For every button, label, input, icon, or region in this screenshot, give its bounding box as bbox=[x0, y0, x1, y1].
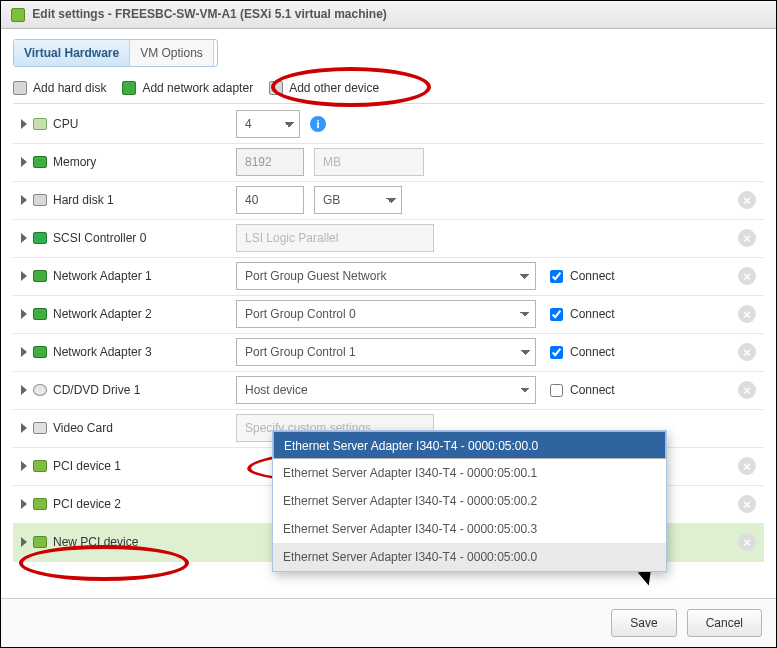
other-device-icon bbox=[269, 81, 283, 95]
remove-button[interactable]: × bbox=[738, 343, 756, 361]
checkbox[interactable] bbox=[550, 384, 563, 397]
remove-button[interactable]: × bbox=[738, 305, 756, 323]
expand-icon[interactable] bbox=[21, 195, 27, 205]
row-label: SCSI Controller 0 bbox=[53, 231, 146, 245]
nic-icon bbox=[33, 270, 47, 282]
scsi-type-select[interactable]: LSI Logic Parallel bbox=[236, 224, 434, 252]
expand-icon[interactable] bbox=[21, 385, 27, 395]
info-icon[interactable]: i bbox=[310, 116, 326, 132]
expand-icon[interactable] bbox=[21, 233, 27, 243]
remove-button[interactable]: × bbox=[738, 457, 756, 475]
dropdown-option[interactable]: Ethernet Server Adapter I340-T4 - 0000:0… bbox=[273, 431, 666, 459]
row-label: New PCI device bbox=[53, 535, 138, 549]
cpu-count-select[interactable]: 4 bbox=[236, 110, 300, 138]
save-button[interactable]: Save bbox=[611, 609, 676, 637]
memory-icon bbox=[33, 156, 47, 168]
cancel-button[interactable]: Cancel bbox=[687, 609, 762, 637]
row-label: PCI device 2 bbox=[53, 497, 121, 511]
dropdown-option[interactable]: Ethernet Server Adapter I340-T4 - 0000:0… bbox=[273, 515, 666, 543]
expand-icon[interactable] bbox=[21, 347, 27, 357]
row-label: CPU bbox=[53, 117, 78, 131]
row-network-adapter-2: Network Adapter 2 Port Group Control 0 C… bbox=[13, 296, 764, 334]
nic1-connect-checkbox[interactable]: Connect bbox=[546, 267, 615, 286]
remove-button[interactable]: × bbox=[738, 495, 756, 513]
row-label: Network Adapter 1 bbox=[53, 269, 152, 283]
nic3-select[interactable]: Port Group Control 1 bbox=[236, 338, 536, 366]
cd-connect-checkbox[interactable]: Connect bbox=[546, 381, 615, 400]
dropdown-option[interactable]: Ethernet Server Adapter I340-T4 - 0000:0… bbox=[273, 459, 666, 487]
row-label: Video Card bbox=[53, 421, 113, 435]
add-hard-disk-button[interactable]: Add hard disk bbox=[13, 81, 106, 95]
dialog-title: Edit settings - FREESBC-SW-VM-A1 (ESXi 5… bbox=[32, 7, 386, 21]
pci-icon bbox=[33, 536, 47, 548]
expand-icon[interactable] bbox=[21, 461, 27, 471]
video-icon bbox=[33, 422, 47, 434]
connect-label: Connect bbox=[570, 307, 615, 321]
connect-label: Connect bbox=[570, 383, 615, 397]
expand-icon[interactable] bbox=[21, 499, 27, 509]
connect-label: Connect bbox=[570, 269, 615, 283]
nic-icon bbox=[33, 308, 47, 320]
expand-icon[interactable] bbox=[21, 271, 27, 281]
nic1-select[interactable]: Port Group Guest Network bbox=[236, 262, 536, 290]
disk-size-input[interactable] bbox=[236, 186, 304, 214]
row-label: Network Adapter 3 bbox=[53, 345, 152, 359]
row-cd-dvd-drive-1: CD/DVD Drive 1 Host device Connect × bbox=[13, 372, 764, 410]
expand-icon[interactable] bbox=[21, 537, 27, 547]
nic3-connect-checkbox[interactable]: Connect bbox=[546, 343, 615, 362]
add-other-device-button[interactable]: Add other device bbox=[269, 81, 379, 95]
remove-button[interactable]: × bbox=[738, 381, 756, 399]
network-adapter-icon bbox=[122, 81, 136, 95]
nic-icon bbox=[33, 346, 47, 358]
tab-vm-options[interactable]: VM Options bbox=[130, 40, 214, 66]
vm-icon bbox=[11, 8, 25, 22]
row-label: CD/DVD Drive 1 bbox=[53, 383, 140, 397]
remove-button[interactable]: × bbox=[738, 533, 756, 551]
disk-unit-select[interactable]: GB bbox=[314, 186, 402, 214]
checkbox[interactable] bbox=[550, 270, 563, 283]
cd-select[interactable]: Host device bbox=[236, 376, 536, 404]
nic2-connect-checkbox[interactable]: Connect bbox=[546, 305, 615, 324]
expand-icon[interactable] bbox=[21, 309, 27, 319]
expand-icon[interactable] bbox=[21, 423, 27, 433]
remove-button[interactable]: × bbox=[738, 191, 756, 209]
row-label: Hard disk 1 bbox=[53, 193, 114, 207]
hard-disk-icon bbox=[13, 81, 27, 95]
pci-device-dropdown[interactable]: Ethernet Server Adapter I340-T4 - 0000:0… bbox=[272, 430, 667, 572]
toolbar-label: Add other device bbox=[289, 81, 379, 95]
toolbar-label: Add network adapter bbox=[142, 81, 253, 95]
row-cpu: CPU 4 i bbox=[13, 106, 764, 144]
row-memory: Memory MB bbox=[13, 144, 764, 182]
nic2-select[interactable]: Port Group Control 0 bbox=[236, 300, 536, 328]
cpu-icon bbox=[33, 118, 47, 130]
checkbox[interactable] bbox=[550, 346, 563, 359]
scsi-icon bbox=[33, 232, 47, 244]
row-network-adapter-1: Network Adapter 1 Port Group Guest Netwo… bbox=[13, 258, 764, 296]
row-label: PCI device 1 bbox=[53, 459, 121, 473]
row-scsi-controller-0: SCSI Controller 0 LSI Logic Parallel × bbox=[13, 220, 764, 258]
pci-icon bbox=[33, 460, 47, 472]
dialog-footer: Save Cancel bbox=[1, 598, 776, 647]
add-network-adapter-button[interactable]: Add network adapter bbox=[122, 81, 253, 95]
dropdown-option[interactable]: Ethernet Server Adapter I340-T4 - 0000:0… bbox=[273, 487, 666, 515]
remove-button[interactable]: × bbox=[738, 267, 756, 285]
row-label: Memory bbox=[53, 155, 96, 169]
connect-label: Connect bbox=[570, 345, 615, 359]
memory-unit-select[interactable]: MB bbox=[314, 148, 424, 176]
row-network-adapter-3: Network Adapter 3 Port Group Control 1 C… bbox=[13, 334, 764, 372]
dropdown-selected-display[interactable]: Ethernet Server Adapter I340-T4 - 0000:0… bbox=[273, 543, 666, 571]
cd-icon bbox=[33, 384, 47, 396]
checkbox[interactable] bbox=[550, 308, 563, 321]
dialog-titlebar: Edit settings - FREESBC-SW-VM-A1 (ESXi 5… bbox=[1, 1, 776, 29]
expand-icon[interactable] bbox=[21, 157, 27, 167]
toolbar-label: Add hard disk bbox=[33, 81, 106, 95]
expand-icon[interactable] bbox=[21, 119, 27, 129]
row-label: Network Adapter 2 bbox=[53, 307, 152, 321]
hard-disk-icon bbox=[33, 194, 47, 206]
row-hard-disk-1: Hard disk 1 GB × bbox=[13, 182, 764, 220]
memory-size-input[interactable] bbox=[236, 148, 304, 176]
toolbar: Add hard disk Add network adapter Add ot… bbox=[13, 77, 764, 104]
tab-virtual-hardware[interactable]: Virtual Hardware bbox=[14, 40, 130, 66]
remove-button[interactable]: × bbox=[738, 229, 756, 247]
pci-icon bbox=[33, 498, 47, 510]
